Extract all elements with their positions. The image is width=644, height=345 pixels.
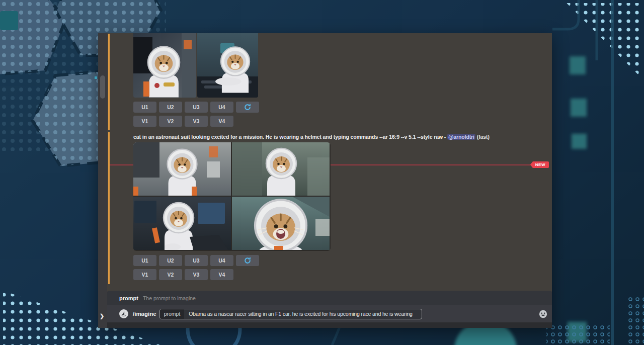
mention-arnoldtri[interactable]: @arnoldtri [447,134,475,140]
generated-image-astronaut-cat-white-suit[interactable] [232,142,330,196]
autocomplete-option-description: The prompt to imagine [143,295,196,301]
u3-button[interactable]: U3 [185,255,208,266]
prompt-option-pill: prompt [160,309,185,319]
v4-button[interactable]: V4 [210,116,233,127]
prompt-input-field[interactable]: prompt Obama as a nascar racer sitting i… [159,309,422,319]
message2-variation-row: V1 V2 V3 V4 [133,269,233,280]
emoji-smile-icon[interactable] [539,310,547,318]
generated-image-astronaut-cat-portrait[interactable] [133,33,196,98]
u2-button[interactable]: U2 [159,255,182,266]
new-badge: NEW [530,161,549,168]
u4-button[interactable]: U4 [210,102,233,113]
u3-button[interactable]: U3 [185,102,208,113]
prompt-input-value[interactable]: Obama as a nascar racer sitting in an F1… [184,311,412,317]
generated-image-astronaut-cat-orange-suit[interactable] [133,142,231,196]
imagine-command-label: /imagine [133,311,156,317]
message2-image-grid [133,142,331,251]
teal-square [0,11,18,30]
message2-upscale-row: U1 U2 U3 U4 [133,255,259,266]
circuit-line [611,0,614,345]
left-scrollbar-rail: ❯ [98,33,107,328]
v3-button[interactable]: V3 [185,269,208,280]
mention-highlight-border [108,34,110,130]
generated-image-astronaut-cat-laptop[interactable] [133,197,231,250]
fast-mode-tag: (fast) [477,134,490,140]
discord-window: ❯ [98,33,552,328]
autocomplete-option-prompt[interactable]: prompt The prompt to imagine [107,291,552,305]
v1-button[interactable]: V1 [133,116,156,127]
mention-highlight-border [108,132,110,284]
message1-images [133,33,258,98]
u4-button[interactable]: U4 [210,255,233,266]
scrollbar-thumb[interactable] [100,75,105,99]
expand-chevron-icon[interactable]: ❯ [100,313,104,319]
generated-image-astronaut-cat-typing[interactable] [197,33,258,98]
midjourney-sailboat-icon [119,309,128,318]
message-input-bar: /imagine prompt Obama as a nascar racer … [107,305,552,322]
v1-button[interactable]: V1 [133,269,156,280]
message1-variation-row: V1 V2 V3 V4 [133,116,233,127]
v2-button[interactable]: V2 [159,116,182,127]
v4-button[interactable]: V4 [210,269,233,280]
chat-area: U1 U2 U3 U4 V1 V2 V3 V4 NEW [107,33,552,328]
rerun-icon[interactable] [236,102,259,113]
teal-squares-column [568,56,587,342]
prompt-bold-text: cat in an astronaut suit looking excited… [133,134,446,140]
rerun-icon[interactable] [236,255,259,266]
v3-button[interactable]: V3 [185,116,208,127]
autocomplete-option-name: prompt [119,295,138,301]
dot-wedge-top-right [567,3,643,79]
u1-button[interactable]: U1 [133,255,156,266]
message1-upscale-row: U1 U2 U3 U4 [133,102,259,113]
desktop-background: ❯ [0,0,644,345]
v2-button[interactable]: V2 [159,269,182,280]
u1-button[interactable]: U1 [133,102,156,113]
generated-image-astronaut-cat-excited[interactable] [232,197,330,250]
u2-button[interactable]: U2 [159,102,182,113]
message2-prompt-text: cat in an astronaut suit looking excited… [133,134,541,140]
window-bottom-strip [107,322,552,328]
